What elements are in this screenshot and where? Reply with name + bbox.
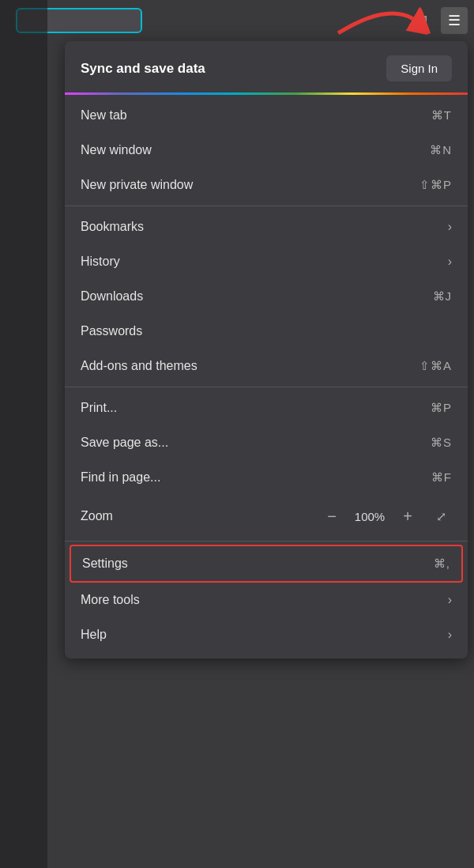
new-tab-icon-btn[interactable]: ⊡ — [408, 7, 434, 34]
sync-section: Sync and save data Sign In — [65, 51, 468, 92]
browser-menu-dropdown: Sync and save data Sign In New tab ⌘T Ne… — [65, 41, 468, 659]
menu-item-new-tab[interactable]: New tab ⌘T — [65, 98, 468, 133]
rainbow-divider — [65, 92, 468, 95]
toolbar-icons: ⊡ ☰ — [408, 7, 468, 34]
menu-item-more-tools[interactable]: More tools › — [65, 583, 468, 617]
menu-icon: ☰ — [448, 12, 461, 29]
divider-2 — [65, 387, 468, 387]
menu-item-help[interactable]: Help › — [65, 617, 468, 652]
find-in-page-shortcut: ⌘F — [431, 470, 452, 485]
sign-in-button[interactable]: Sign In — [386, 55, 452, 81]
bookmarks-arrow-icon: › — [448, 220, 452, 234]
settings-label: Settings — [82, 557, 128, 571]
settings-shortcut: ⌘, — [434, 557, 450, 571]
print-label: Print... — [81, 401, 117, 415]
addons-shortcut: ⇧⌘A — [419, 359, 452, 373]
menu-item-save-page[interactable]: Save page as... ⌘S — [65, 425, 468, 460]
bookmarks-label: Bookmarks — [81, 220, 144, 234]
divider-1 — [65, 206, 468, 206]
help-arrow-icon: › — [448, 628, 452, 642]
divider-3 — [65, 541, 468, 542]
menu-item-history[interactable]: History › — [65, 244, 468, 279]
zoom-decrease-button[interactable]: − — [321, 505, 343, 527]
zoom-value: 100% — [354, 510, 386, 523]
more-tools-label: More tools — [81, 593, 140, 607]
print-shortcut: ⌘P — [431, 401, 452, 415]
menu-item-settings[interactable]: Settings ⌘, — [70, 545, 463, 583]
new-tab-icon: ⊡ — [415, 11, 428, 30]
zoom-fullscreen-button[interactable]: ⤢ — [430, 505, 452, 527]
new-private-window-label: New private window — [81, 178, 193, 192]
find-in-page-label: Find in page... — [81, 470, 160, 485]
zoom-row: Zoom − 100% + ⤢ — [65, 495, 468, 538]
zoom-minus-icon: − — [327, 508, 337, 526]
help-label: Help — [81, 628, 107, 642]
zoom-controls: − 100% + ⤢ — [321, 505, 452, 527]
zoom-increase-button[interactable]: + — [397, 505, 419, 527]
menu-item-new-window[interactable]: New window ⌘N — [65, 133, 468, 168]
passwords-label: Passwords — [81, 324, 142, 338]
zoom-expand-icon: ⤢ — [436, 509, 446, 524]
history-arrow-icon: › — [448, 255, 452, 269]
save-page-shortcut: ⌘S — [431, 436, 452, 450]
downloads-label: Downloads — [81, 289, 143, 304]
downloads-shortcut: ⌘J — [433, 289, 453, 304]
new-tab-shortcut: ⌘T — [431, 108, 452, 123]
more-tools-arrow-icon: › — [448, 593, 452, 607]
sync-label: Sync and save data — [81, 61, 205, 77]
background-left-overlay — [0, 0, 47, 868]
menu-item-find-in-page[interactable]: Find in page... ⌘F — [65, 460, 468, 495]
zoom-label: Zoom — [81, 509, 113, 523]
menu-item-passwords[interactable]: Passwords — [65, 314, 468, 349]
menu-item-print[interactable]: Print... ⌘P — [65, 391, 468, 425]
menu-button[interactable]: ☰ — [441, 7, 468, 34]
new-window-label: New window — [81, 143, 152, 157]
menu-item-new-private-window[interactable]: New private window ⇧⌘P — [65, 168, 468, 202]
new-window-shortcut: ⌘N — [430, 143, 452, 157]
menu-item-downloads[interactable]: Downloads ⌘J — [65, 279, 468, 314]
menu-item-addons[interactable]: Add-ons and themes ⇧⌘A — [65, 349, 468, 383]
zoom-plus-icon: + — [403, 508, 412, 526]
save-page-label: Save page as... — [81, 436, 168, 450]
history-label: History — [81, 255, 120, 269]
new-tab-label: New tab — [81, 108, 127, 123]
menu-item-bookmarks[interactable]: Bookmarks › — [65, 209, 468, 244]
new-private-window-shortcut: ⇧⌘P — [419, 178, 452, 192]
addons-label: Add-ons and themes — [81, 359, 198, 373]
browser-toolbar: ⊡ ☰ — [0, 0, 474, 41]
